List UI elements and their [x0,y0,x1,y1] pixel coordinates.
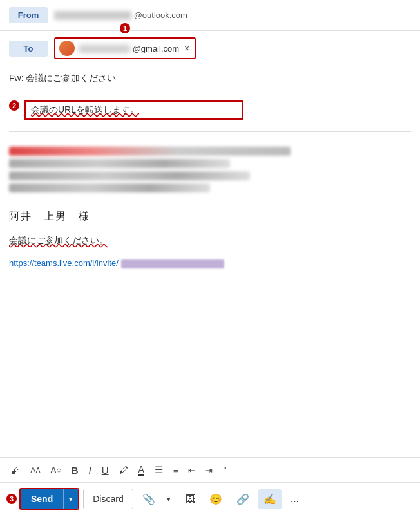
to-row: To 1 @gmail.com × [0,31,420,66]
paint-format-button[interactable]: 🖌 [6,462,24,478]
body-area[interactable]: 2 会議のURLを転送します。 阿井 上男 様 会議にご参加ください。 http… [0,91,420,457]
font-color-button[interactable]: A [135,462,148,478]
insert-image-button[interactable]: 🖼 [180,489,200,509]
blurred-line-4 [9,183,210,192]
annotation-2-row: 2 会議のURLを転送します。 [9,100,411,120]
attach-dropdown-button[interactable]: ▾ [162,491,176,507]
recipient-email: @gmail.com [79,44,179,53]
annotation-badge-2: 2 [9,100,19,111]
to-field-container[interactable]: 1 @gmail.com × [54,37,411,59]
greeting-text: 阿井 上男 様 [9,210,411,223]
meeting-text: 会議にご参加ください。 [9,235,411,247]
discard-button[interactable]: Discard [83,489,133,509]
annotation-badge-1: 1 [120,23,130,33]
text-cursor [140,105,140,115]
typed-text-input[interactable]: 会議のURLを転送します。 [24,100,243,120]
to-label: To [9,41,48,57]
highlight-button[interactable]: 🖍 [115,462,132,478]
link-blurred-part [121,259,224,268]
italic-button[interactable]: I [85,462,95,478]
attachment-group: 📎 ▾ [137,489,176,509]
blurred-line-1 [9,147,291,156]
from-row: From @outlook.com [0,0,420,31]
attach-file-button[interactable]: 📎 [137,489,160,509]
emoji-button[interactable]: 😊 [204,489,227,509]
annotation-badge-3: 3 [6,494,17,504]
meeting-link[interactable]: https://teams.live.com/l/invite/ [9,258,411,268]
underline-button[interactable]: U [98,462,113,478]
recipient-chip[interactable]: @gmail.com × [54,37,196,59]
action-bar: 3 Send ▾ Discard 📎 ▾ 🖼 😊 🔗 ✍ [0,482,420,515]
align-button[interactable]: ☰ [151,462,167,478]
recipient-avatar [59,41,75,56]
formatting-toolbar: 🖌 AA A◇ B I U 🖍 A ☰ ≡ ⇤ ⇥ " [0,457,420,482]
remove-recipient-button[interactable]: × [183,44,191,53]
send-button[interactable]: Send [21,489,63,509]
subject-row: Fw: 会議にご参加ください [0,66,420,91]
body-divider [9,131,411,132]
indent-decrease-button[interactable]: ⇤ [184,463,199,478]
from-value: @outlook.com [54,10,411,21]
send-button-group: Send ▾ [19,488,79,510]
link-button[interactable]: 🔗 [231,489,254,509]
blurred-line-3 [9,171,250,180]
email-compose-window: From @outlook.com To 1 @gmail.com × Fw: … [0,0,420,515]
send-dropdown-button[interactable]: ▾ [63,489,78,509]
typed-text: 会議のURLを転送します。 [31,104,139,115]
quote-button[interactable]: " [219,462,230,478]
font-size-button[interactable]: AA [26,463,44,478]
signature-button[interactable]: ✍ [258,489,282,509]
font-grow-button[interactable]: A◇ [46,462,64,478]
from-label: From [9,7,48,23]
indent-increase-button[interactable]: ⇥ [202,463,216,478]
annotation-3-container: 3 Send ▾ [6,488,79,510]
list-button[interactable]: ≡ [169,463,182,478]
subject-text: Fw: 会議にご参加ください [9,73,116,83]
more-options-button[interactable]: ... [285,489,304,509]
bold-button[interactable]: B [68,462,82,478]
quoted-content [9,144,411,196]
blurred-line-2 [9,159,230,168]
